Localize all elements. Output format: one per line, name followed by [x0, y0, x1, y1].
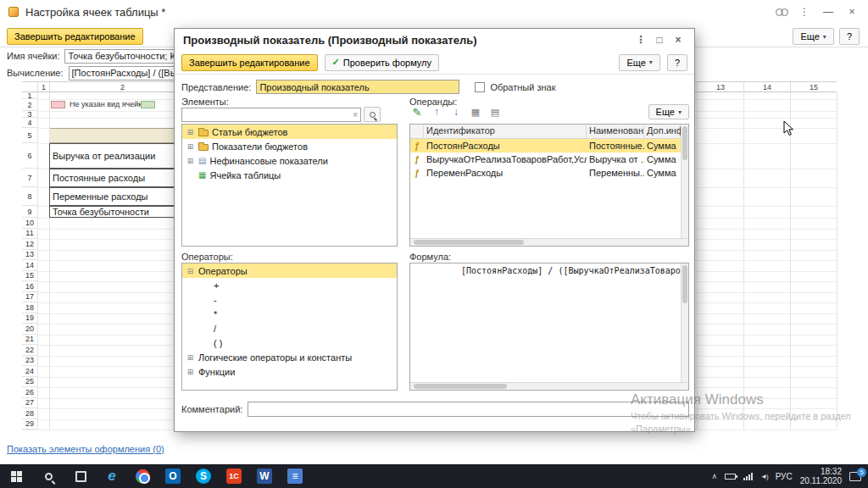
finish-editing-button[interactable]: Завершить редактирование — [181, 54, 318, 71]
formula-horizontal-scrollbar[interactable] — [410, 382, 688, 390]
row-number[interactable]: 19 — [22, 313, 37, 324]
row-number[interactable]: 25 — [22, 377, 37, 388]
move-up-icon[interactable]: ↑ — [429, 104, 444, 119]
tree-item[interactable]: * — [182, 307, 397, 321]
row-number[interactable]: 11 — [22, 229, 37, 240]
row-number[interactable]: 5 — [22, 128, 37, 143]
presentation-input[interactable]: Производный показатель — [256, 80, 459, 94]
scroll-thumb[interactable] — [414, 384, 507, 389]
list-view-icon[interactable]: ▤ — [487, 104, 503, 119]
column-header[interactable]: 1 — [37, 82, 49, 92]
tree-item[interactable]: - — [182, 292, 397, 307]
search-button[interactable] — [364, 107, 381, 122]
kebab-menu-icon[interactable]: ⋮ — [633, 34, 648, 46]
row-number[interactable]: 29 — [22, 419, 37, 430]
operand-row[interactable]: ƒПостоянРасходыПостоянные...Сумма — [410, 139, 688, 152]
start-button[interactable] — [0, 464, 32, 488]
kebab-menu-icon[interactable]: ⋮ — [797, 6, 812, 18]
row-number[interactable]: 12 — [22, 239, 37, 250]
comment-input[interactable] — [248, 402, 689, 417]
expand-icon[interactable]: ⊞ — [186, 128, 195, 136]
row-number[interactable]: 15 — [22, 271, 37, 282]
expand-icon[interactable]: ⊞ — [186, 368, 195, 376]
formula-text[interactable]: [ПостоянРасходы] / ([ВыручкаОтРеализаТов… — [410, 263, 688, 278]
row-number[interactable]: 13 — [22, 250, 37, 261]
link-icon[interactable] — [776, 7, 788, 17]
check-formula-button[interactable]: ✓ Проверить формулу — [325, 54, 439, 71]
language-indicator[interactable]: РУС — [776, 472, 793, 481]
notification-center-icon[interactable]: 5 — [849, 472, 861, 481]
network-icon[interactable] — [743, 473, 753, 480]
row-number[interactable]: 20 — [22, 324, 37, 335]
battery-icon[interactable] — [725, 474, 736, 480]
close-icon[interactable]: × — [844, 6, 860, 18]
row-number[interactable]: 17 — [22, 292, 37, 303]
tree-item[interactable]: ▦Ячейка таблицы — [182, 168, 397, 182]
operands-more-button[interactable]: Еще ▾ — [648, 104, 689, 119]
row-number[interactable]: 21 — [22, 335, 37, 346]
operand-row[interactable]: ƒВыручкаОтРеализаТоваровРабот,УслугВыруч… — [410, 152, 688, 166]
row-number[interactable]: 24 — [22, 366, 37, 377]
maximize-icon[interactable]: □ — [652, 34, 667, 46]
close-icon[interactable]: × — [670, 34, 686, 46]
row-number[interactable]: 23 — [22, 356, 37, 367]
clock[interactable]: 18:32 20.11.2020 — [800, 467, 842, 485]
task-view-button[interactable] — [64, 464, 97, 488]
row-number[interactable]: 6 — [22, 143, 37, 169]
tree-item[interactable]: ( ) — [182, 336, 397, 350]
notes-taskbar-button[interactable]: ≡ — [280, 464, 310, 488]
row-number[interactable]: 1 — [22, 92, 37, 99]
row-number[interactable]: 18 — [22, 302, 37, 313]
row-number[interactable]: 16 — [22, 281, 37, 292]
column-header[interactable]: 15 — [790, 82, 837, 92]
expand-icon[interactable]: ⊞ — [186, 142, 195, 151]
minimize-icon[interactable]: — — [821, 6, 836, 18]
operand-row[interactable]: ƒПеременРасходыПеременны...Сумма — [410, 166, 688, 180]
tree-item[interactable]: ⊞Показатели бюджетов — [182, 139, 397, 153]
finish-editing-button[interactable]: Завершить редактирование — [7, 28, 143, 45]
tree-item[interactable]: ⊞▤Нефинансовые показатели — [182, 153, 397, 168]
scroll-thumb[interactable] — [682, 265, 687, 303]
search-input[interactable]: × — [181, 108, 361, 122]
volume-icon[interactable]: ◄) — [760, 473, 768, 480]
help-button[interactable]: ? — [667, 54, 687, 71]
tree-item[interactable]: / — [182, 321, 397, 336]
row-number[interactable]: 10 — [22, 218, 37, 229]
tree-item[interactable]: ⊞Логические операторы и константы — [182, 350, 397, 364]
inverse-sign-checkbox[interactable] — [475, 82, 485, 92]
operands-column-header[interactable]: Наименован... — [587, 125, 644, 138]
more-button[interactable]: Еще ▾ — [793, 28, 833, 45]
row-number[interactable]: 4 — [22, 118, 37, 128]
tree-item[interactable]: ⊟Операторы — [182, 263, 397, 278]
onec-taskbar-button[interactable]: 1С — [219, 464, 249, 488]
row-number[interactable]: 3 — [22, 111, 37, 118]
operands-horizontal-scrollbar[interactable] — [410, 238, 688, 246]
row-number[interactable]: 28 — [22, 408, 37, 419]
column-header[interactable]: 13 — [697, 82, 743, 92]
row-number[interactable]: 27 — [22, 398, 37, 409]
operands-column-header[interactable]: Идентификатор — [424, 125, 587, 138]
row-number[interactable]: 9 — [22, 206, 37, 218]
edge-taskbar-button[interactable]: e — [97, 464, 127, 488]
expand-icon[interactable]: ⊞ — [186, 157, 195, 165]
expand-icon[interactable]: ⊟ — [186, 267, 195, 275]
clear-icon[interactable]: × — [353, 110, 358, 119]
taskbar-search-button[interactable] — [32, 464, 64, 488]
row-number[interactable]: 14 — [22, 260, 37, 271]
row-number[interactable]: 7 — [22, 169, 37, 187]
skype-taskbar-button[interactable]: S — [188, 464, 219, 488]
tray-chevron-up-icon[interactable]: ∧ — [711, 472, 717, 480]
expand-icon[interactable]: ⊞ — [186, 353, 195, 362]
tree-item[interactable]: + — [182, 278, 397, 292]
scroll-thumb[interactable] — [682, 126, 687, 160]
row-number[interactable]: 26 — [22, 387, 37, 398]
scroll-thumb[interactable] — [414, 240, 524, 245]
move-down-icon[interactable]: ↓ — [448, 104, 464, 119]
show-design-elements-link[interactable]: Показать элементы оформления (0) — [7, 444, 164, 454]
chrome-taskbar-button[interactable] — [127, 464, 158, 488]
outlook-taskbar-button[interactable]: O — [158, 464, 188, 488]
operands-vertical-scrollbar[interactable] — [681, 125, 688, 238]
more-button[interactable]: Еще ▾ — [619, 54, 659, 71]
tree-item[interactable]: ⊞Функции — [182, 364, 397, 379]
row-number[interactable]: 22 — [22, 345, 37, 356]
